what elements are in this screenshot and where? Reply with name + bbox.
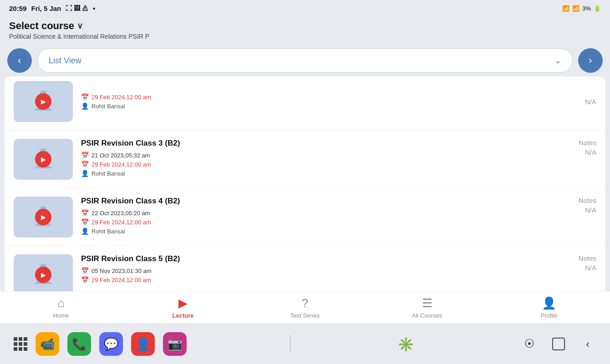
- notes-value: N/A: [585, 264, 596, 272]
- chevron-left-icon: ‹: [18, 55, 21, 66]
- lecture-notes: Notes N/A: [569, 139, 596, 156]
- nav-item-home[interactable]: ⌂ Home: [0, 296, 122, 319]
- home-icon: ⌂: [57, 296, 65, 310]
- calendar-icon: 📅: [81, 209, 89, 217]
- test-series-icon: ?: [302, 296, 308, 310]
- calendar-red-icon: 📅: [81, 276, 89, 283]
- notes-label: Notes: [579, 139, 596, 147]
- user-icon: 👤: [81, 228, 89, 235]
- publish-date: 05 Nov 2023,01:30 am: [92, 268, 152, 274]
- publish-date-row: 📅 05 Nov 2023,01:30 am: [81, 267, 561, 274]
- back-icon: ‹: [586, 338, 590, 350]
- instructor-row: 👤 Rohit Bansal: [81, 228, 561, 235]
- publish-date-row: 📅 21 Oct 2023,05:32 am: [81, 152, 561, 159]
- app-facetime[interactable]: 📹: [36, 332, 59, 356]
- nav-back[interactable]: ‹: [579, 335, 596, 353]
- lecture-thumbnail[interactable]: ▶: [14, 254, 73, 295]
- all-courses-icon: ☰: [422, 296, 432, 310]
- facetime-icon: 📹: [40, 337, 55, 351]
- app-contacts[interactable]: 👤: [131, 332, 155, 356]
- messages-icon: 💬: [104, 337, 118, 351]
- list-item: ▶ PSIR Revision Class 3 (B2) 📅 21 Oct 20…: [5, 131, 605, 188]
- calendar-red-icon: 📅: [81, 161, 89, 168]
- nav-item-test-series[interactable]: ? Test Series: [244, 296, 366, 319]
- lecture-info: PSIR Revision Class 3 (B2) 📅 21 Oct 2023…: [81, 139, 561, 177]
- prev-button[interactable]: ‹: [7, 48, 32, 73]
- play-icon[interactable]: ▶: [35, 209, 51, 225]
- user-icon: 👤: [81, 170, 89, 177]
- list-view-label: List View: [49, 56, 81, 66]
- dot-indicator: •: [93, 5, 95, 12]
- expiry-date: 29 Feb 2024,12:00 am: [92, 94, 151, 101]
- lecture-list: ▶ 📅 29 Feb 2024,12:00 am 👤 Rohit Bansal …: [5, 76, 605, 295]
- notes-label: Notes: [579, 197, 596, 204]
- notes-value: N/A: [585, 206, 596, 214]
- instructor-name: Rohit Bansal: [92, 103, 125, 110]
- expiry-date: 29 Feb 2024,12:00 am: [92, 161, 151, 168]
- app-messages[interactable]: 💬: [99, 332, 123, 356]
- status-time-date: 20:59 Fri, 5 Jan ⛶ 🖼 ⚠ •: [9, 5, 95, 12]
- expiry-date-row: 📅 29 Feb 2024,12:00 am: [81, 93, 561, 101]
- android-dock: 📹 📞 💬 👤 📷 ✳️ ⦿ ‹: [0, 324, 610, 364]
- nav-home[interactable]: [550, 335, 567, 353]
- lecture-notes: N/A: [569, 98, 596, 106]
- play-icon[interactable]: ▶: [35, 151, 51, 167]
- status-bar: 20:59 Fri, 5 Jan ⛶ 🖼 ⚠ • 📶 📶 3% 🔋: [0, 0, 610, 16]
- app-phone[interactable]: 📞: [67, 332, 91, 356]
- expiry-date-row: 📅 29 Feb 2024,12:00 am: [81, 218, 561, 226]
- lecture-icon: ▶: [178, 296, 188, 310]
- user-icon: 👤: [81, 102, 89, 110]
- chevron-right-icon: ›: [589, 55, 592, 66]
- battery-icon: 🔋: [594, 5, 601, 12]
- next-button[interactable]: ›: [578, 48, 603, 73]
- phone-icon: 📞: [72, 337, 86, 351]
- app-instagram[interactable]: 📷: [163, 332, 187, 356]
- publish-date: 22 Oct 2023,05:20 am: [92, 210, 150, 217]
- nav-label-lecture: Lecture: [173, 312, 194, 319]
- signal-icon: 📶: [572, 5, 580, 12]
- lecture-notes: Notes N/A: [569, 254, 596, 272]
- nav-row: ‹ List View ⌄ ›: [0, 45, 610, 76]
- lecture-notes: Notes N/A: [569, 197, 596, 214]
- instructor-name: Rohit Bansal: [92, 170, 125, 177]
- chevron-down-icon: ⌄: [554, 56, 561, 66]
- list-item: ▶ PSIR Revision Class 5 (B2) 📅 05 Nov 20…: [5, 246, 605, 295]
- play-icon[interactable]: ▶: [35, 267, 51, 283]
- nav-item-lecture[interactable]: ▶ Lecture: [122, 296, 244, 319]
- nav-recent-apps[interactable]: ⦿: [521, 335, 538, 353]
- calendar-icon: 📅: [81, 267, 89, 274]
- nav-item-all-courses[interactable]: ☰ All Courses: [366, 296, 488, 319]
- expiry-date-row: 📅 29 Feb 2024,12:00 am: [81, 161, 561, 168]
- course-subtitle: Political Science & International Relati…: [9, 33, 601, 40]
- notes-value: N/A: [585, 148, 596, 156]
- home-hardware-icon: [552, 338, 565, 350]
- nav-label-test-series: Test Series: [290, 312, 320, 319]
- lecture-thumbnail[interactable]: ▶: [14, 81, 73, 122]
- publish-date: 21 Oct 2023,05:32 am: [92, 152, 150, 159]
- recent-apps-icon: ⦿: [524, 338, 534, 350]
- select-course-button[interactable]: Select course ∨: [9, 20, 601, 32]
- app-pinwheel[interactable]: ✳️: [394, 332, 417, 356]
- lecture-thumbnail[interactable]: ▶: [14, 139, 73, 180]
- list-item: ▶ 📅 29 Feb 2024,12:00 am 👤 Rohit Bansal …: [5, 76, 605, 131]
- time: 20:59: [9, 5, 26, 12]
- publish-date-row: 📅 22 Oct 2023,05:20 am: [81, 209, 561, 217]
- wifi-icon: 📶: [562, 5, 569, 12]
- date: Fri, 5 Jan: [31, 5, 61, 12]
- calendar-red-icon: 📅: [81, 218, 89, 226]
- apps-grid-icon[interactable]: [14, 337, 27, 351]
- system-nav: ⦿ ‹: [521, 335, 596, 353]
- divider: [290, 335, 290, 353]
- notes-label: Notes: [579, 254, 596, 262]
- lecture-thumbnail[interactable]: ▶: [14, 197, 73, 238]
- instagram-icon: 📷: [168, 337, 182, 351]
- nav-label-all-courses: All Courses: [412, 312, 442, 319]
- list-view-dropdown[interactable]: List View ⌄: [37, 48, 573, 73]
- lecture-info: 📅 29 Feb 2024,12:00 am 👤 Rohit Bansal: [81, 93, 561, 110]
- pinwheel-icon: ✳️: [397, 336, 414, 352]
- play-icon[interactable]: ▶: [35, 93, 51, 110]
- lecture-title: PSIR Revision Class 5 (B2): [81, 254, 561, 263]
- status-icons: ⛶ 🖼 ⚠: [66, 5, 88, 12]
- header: Select course ∨ Political Science & Inte…: [0, 16, 610, 45]
- nav-item-profile[interactable]: 👤 Profile: [488, 296, 610, 319]
